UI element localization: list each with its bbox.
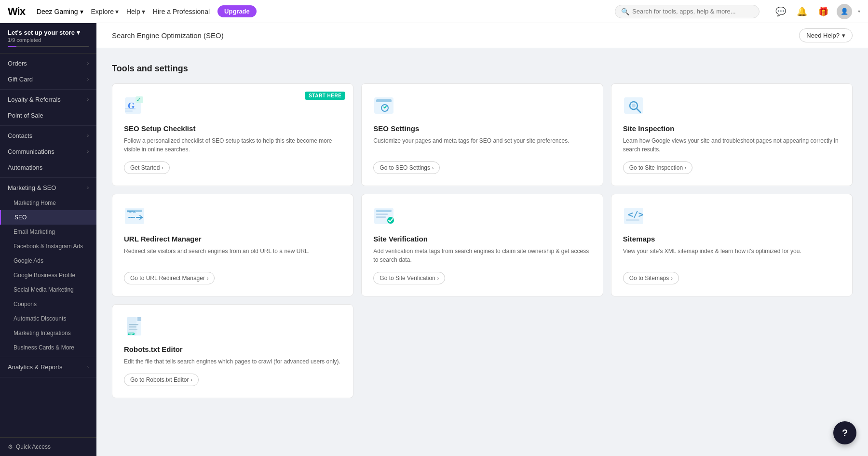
seo-setup-title: SEO Setup Checklist bbox=[124, 124, 341, 133]
store-name-label: Deez Gaming bbox=[37, 8, 78, 15]
card-url-redirect: www. URL Redirect Manager Redirect site … bbox=[112, 194, 353, 296]
sidebar-sub-discounts[interactable]: Automatic Discounts bbox=[0, 311, 96, 326]
sidebar-item-contacts[interactable]: Contacts › bbox=[0, 128, 96, 144]
sidebar-section-marketing: Marketing & SEO › Marketing Home SEO Ema… bbox=[0, 178, 96, 357]
sidebar-sub-social-media[interactable]: Social Media Marketing bbox=[0, 282, 96, 297]
top-navigation: Wix Deez Gaming ▾ Explore Help Hire a Pr… bbox=[0, 0, 868, 23]
communications-label: Communications bbox=[8, 148, 54, 155]
svg-rect-5 bbox=[125, 110, 133, 112]
svg-rect-4 bbox=[125, 108, 136, 109]
page-title: Search Engine Optimization (SEO) bbox=[112, 31, 224, 40]
seo-settings-title: SEO Settings bbox=[373, 124, 591, 133]
sidebar-item-orders[interactable]: Orders › bbox=[0, 55, 96, 71]
svg-rect-26 bbox=[137, 317, 141, 321]
search-bar[interactable]: 🔍 bbox=[615, 5, 760, 18]
sidebar-section-orders: Orders › Gift Card › bbox=[0, 54, 96, 90]
seo-settings-arrow: › bbox=[432, 165, 434, 171]
seo-settings-link[interactable]: Go to SEO Settings › bbox=[373, 161, 440, 174]
need-help-button[interactable]: Need Help? ▾ bbox=[799, 28, 853, 42]
seo-setup-arrow: › bbox=[162, 165, 163, 171]
cards-row-1: START HERE G ✓ SEO Setup Checklist Follo… bbox=[112, 83, 853, 186]
loyalty-label: Loyalty & Referrals bbox=[8, 96, 61, 103]
sidebar-sub-business-cards[interactable]: Business Cards & More bbox=[0, 340, 96, 355]
bell-icon[interactable]: 🔔 bbox=[794, 4, 810, 19]
gift-card-chevron: › bbox=[87, 77, 89, 82]
setup-title[interactable]: Let's set up your store ▾ bbox=[8, 29, 89, 36]
quick-access-label: Quick Access bbox=[16, 443, 51, 450]
need-help-chevron: ▾ bbox=[842, 32, 845, 39]
chat-icon[interactable]: 💬 bbox=[773, 4, 788, 19]
marketing-chevron: › bbox=[87, 185, 89, 190]
sidebar-item-loyalty[interactable]: Loyalty & Referrals › bbox=[0, 92, 96, 107]
robots-txt-desc: Edit the file that tells search engines … bbox=[124, 357, 341, 366]
card-placeholder-2 bbox=[611, 304, 853, 398]
wix-logo: Wix bbox=[8, 5, 25, 18]
gift-card-label: Gift Card bbox=[8, 76, 33, 83]
seo-setup-link[interactable]: Get Started › bbox=[124, 161, 170, 174]
sidebar-item-automations[interactable]: Automations bbox=[0, 160, 96, 175]
analytics-label: Analytics & Reports bbox=[8, 363, 62, 371]
robots-txt-title: Robots.txt Editor bbox=[124, 345, 341, 353]
store-name-dropdown[interactable]: Deez Gaming ▾ bbox=[37, 8, 83, 15]
sitemaps-title: Sitemaps bbox=[623, 235, 841, 243]
sidebar-sub-seo[interactable]: SEO bbox=[0, 210, 96, 225]
sitemaps-desc: View your site's XML sitemap index & lea… bbox=[623, 247, 841, 264]
search-input[interactable] bbox=[632, 8, 753, 15]
svg-rect-18 bbox=[376, 214, 388, 215]
url-redirect-desc: Redirect site visitors and search engine… bbox=[124, 247, 341, 264]
site-inspection-link[interactable]: Go to Site Inspection › bbox=[623, 161, 693, 174]
section-title: Tools and settings bbox=[112, 64, 853, 74]
sidebar-sub-email-marketing[interactable]: Email Marketing bbox=[0, 225, 96, 239]
sidebar-item-gift-card[interactable]: Gift Card › bbox=[0, 71, 96, 87]
svg-rect-19 bbox=[376, 216, 386, 218]
help-fab-button[interactable]: ? bbox=[833, 421, 856, 444]
seo-settings-icon bbox=[373, 95, 396, 119]
url-redirect-arrow: › bbox=[207, 276, 208, 281]
site-verification-desc: Add verification meta tags from search e… bbox=[373, 247, 591, 264]
nav-hire[interactable]: Hire a Professional bbox=[153, 8, 210, 15]
contacts-chevron: › bbox=[87, 133, 89, 138]
progress-bar bbox=[8, 46, 89, 47]
svg-rect-27 bbox=[129, 324, 138, 325]
explore-chevron bbox=[115, 8, 119, 15]
url-redirect-icon: www. bbox=[124, 206, 147, 229]
content-body: Tools and settings START HERE G ✓ bbox=[96, 48, 868, 414]
communications-chevron: › bbox=[87, 149, 89, 154]
sidebar-sub-marketing-integrations[interactable]: Marketing Integrations bbox=[0, 326, 96, 340]
quick-access[interactable]: ⚙ Quick Access bbox=[0, 437, 96, 456]
sitemaps-link[interactable]: Go to Sitemaps › bbox=[623, 272, 679, 284]
seo-settings-desc: Customize your pages and meta tags for S… bbox=[373, 136, 591, 154]
sidebar-item-marketing[interactable]: Marketing & SEO › bbox=[0, 180, 96, 196]
sidebar-section-loyalty: Loyalty & Referrals › Point of Sale bbox=[0, 90, 96, 126]
robots-txt-link[interactable]: Go to Robots.txt Editor › bbox=[124, 374, 199, 386]
site-inspection-arrow: › bbox=[685, 165, 686, 171]
robots-txt-arrow: › bbox=[190, 377, 192, 383]
sidebar-sub-google-business[interactable]: Google Business Profile bbox=[0, 268, 96, 282]
sidebar-sub-google-ads[interactable]: Google Ads bbox=[0, 254, 96, 268]
sidebar-item-communications[interactable]: Communications › bbox=[0, 144, 96, 160]
svg-point-12 bbox=[632, 104, 636, 107]
sidebar-item-analytics[interactable]: Analytics & Reports › bbox=[0, 359, 96, 375]
site-verification-arrow: › bbox=[437, 276, 439, 281]
sidebar-item-pos[interactable]: Point of Sale bbox=[0, 107, 96, 123]
loyalty-chevron: › bbox=[87, 97, 89, 102]
svg-rect-28 bbox=[129, 326, 136, 328]
url-redirect-link[interactable]: Go to URL Redirect Manager › bbox=[124, 272, 215, 284]
svg-rect-7 bbox=[376, 99, 392, 102]
sidebar-sub-marketing-home[interactable]: Marketing Home bbox=[0, 196, 96, 210]
card-site-verification: Site Verification Add verification meta … bbox=[361, 194, 603, 296]
nav-explore[interactable]: Explore bbox=[91, 8, 119, 15]
robots-txt-icon: TXT bbox=[124, 316, 147, 339]
avatar[interactable]: 👤 bbox=[837, 4, 852, 19]
store-name-chevron: ▾ bbox=[80, 8, 83, 15]
card-robots-txt: TXT Robots.txt Editor Edit the file that… bbox=[112, 304, 353, 398]
nav-help[interactable]: Help bbox=[126, 8, 145, 15]
upgrade-button[interactable]: Upgrade bbox=[217, 5, 257, 17]
site-inspection-desc: Learn how Google views your site and tro… bbox=[623, 136, 841, 154]
gift-icon[interactable]: 🎁 bbox=[815, 4, 831, 19]
sidebar-sub-coupons[interactable]: Coupons bbox=[0, 297, 96, 311]
site-verification-link[interactable]: Go to Site Verification › bbox=[373, 272, 445, 284]
site-inspection-title: Site Inspection bbox=[623, 124, 841, 133]
card-seo-setup: START HERE G ✓ SEO Setup Checklist Follo… bbox=[112, 83, 353, 186]
sidebar-sub-facebook-ads[interactable]: Facebook & Instagram Ads bbox=[0, 239, 96, 254]
